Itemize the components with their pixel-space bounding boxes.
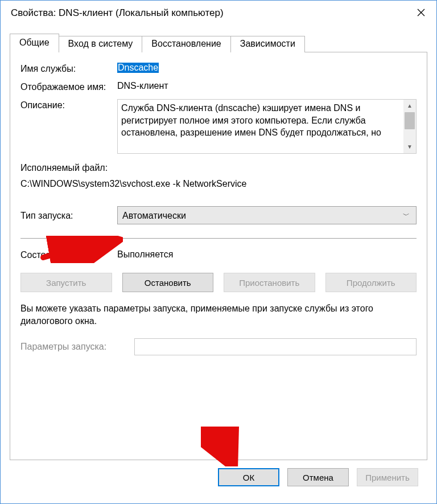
tab-panel-general: Имя службы: Dnscache Отображаемое имя: D… [10, 52, 427, 460]
tab-recovery[interactable]: Восстановление [142, 36, 230, 52]
start-button[interactable]: Запустить [20, 273, 112, 292]
ok-button[interactable]: ОК [218, 468, 279, 486]
executable-path: C:\WINDOWS\system32\svchost.exe -k Netwo… [20, 179, 417, 189]
close-button[interactable] [406, 1, 436, 26]
tab-label: Восстановление [151, 39, 221, 48]
startup-type-select[interactable]: Автоматически [117, 206, 417, 224]
row-startup-type: Тип запуска: Автоматически ﹀ [20, 206, 417, 224]
resume-button[interactable]: Продолжить [325, 273, 417, 292]
description-label: Описание: [20, 99, 117, 110]
tabstrip: Общие Вход в систему Восстановление Зави… [10, 34, 427, 52]
executable-label: Исполняемый файл: [20, 163, 417, 173]
properties-dialog: Свойства: DNS-клиент (Локальный компьюте… [0, 0, 437, 504]
scroll-up-icon[interactable]: ▲ [403, 100, 416, 112]
row-display-name: Отображаемое имя: DNS-клиент [20, 81, 417, 92]
description-text: Служба DNS-клиента (dnscache) кэширует и… [121, 103, 381, 137]
state-label: Состояние: [20, 249, 117, 260]
description-box: Служба DNS-клиента (dnscache) кэширует и… [117, 99, 417, 154]
display-name-label: Отображаемое имя: [20, 81, 117, 92]
content-area: Общие Вход в систему Восстановление Зави… [1, 26, 436, 503]
scroll-track[interactable] [403, 112, 416, 141]
window-title: Свойства: DNS-клиент (Локальный компьюте… [7, 7, 224, 19]
tab-general[interactable]: Общие [10, 34, 59, 52]
scroll-thumb[interactable] [405, 112, 415, 129]
startup-params-help: Вы можете указать параметры запуска, при… [20, 302, 417, 328]
description-scrollbar[interactable]: ▲ ▼ [403, 100, 416, 153]
startup-type-label: Тип запуска: [20, 210, 117, 221]
row-service-name: Имя службы: Dnscache [20, 63, 417, 74]
titlebar: Свойства: DNS-клиент (Локальный компьюте… [1, 1, 436, 26]
cancel-button[interactable]: Отмена [287, 468, 349, 486]
tab-label: Общие [19, 38, 50, 47]
state-value: Выполняется [117, 249, 417, 260]
service-name-label: Имя службы: [20, 63, 117, 74]
display-name-value: DNS-клиент [117, 81, 417, 91]
dialog-buttons: ОК Отмена Применить [10, 460, 427, 495]
tab-label: Вход в систему [68, 39, 133, 48]
row-description: Описание: Служба DNS-клиента (dnscache) … [20, 99, 417, 154]
scroll-down-icon[interactable]: ▼ [403, 141, 416, 153]
tab-logon[interactable]: Вход в систему [59, 36, 143, 52]
tab-label: Зависимости [240, 39, 295, 48]
service-name-value: Dnscache [117, 63, 417, 73]
stop-button[interactable]: Остановить [122, 273, 214, 292]
apply-button[interactable]: Применить [357, 468, 418, 486]
service-control-buttons: Запустить Остановить Приостановить Продо… [20, 273, 417, 292]
service-name-text: Dnscache [117, 63, 159, 73]
row-state: Состояние: Выполняется [20, 249, 417, 260]
row-start-params: Параметры запуска: [20, 338, 417, 355]
startup-type-select-wrap: Автоматически ﹀ [117, 206, 417, 224]
separator [20, 238, 417, 239]
tab-dependencies[interactable]: Зависимости [230, 36, 305, 52]
close-icon [417, 9, 425, 18]
start-params-input[interactable] [134, 338, 417, 355]
pause-button[interactable]: Приостановить [224, 273, 315, 292]
start-params-label: Параметры запуска: [20, 342, 134, 352]
